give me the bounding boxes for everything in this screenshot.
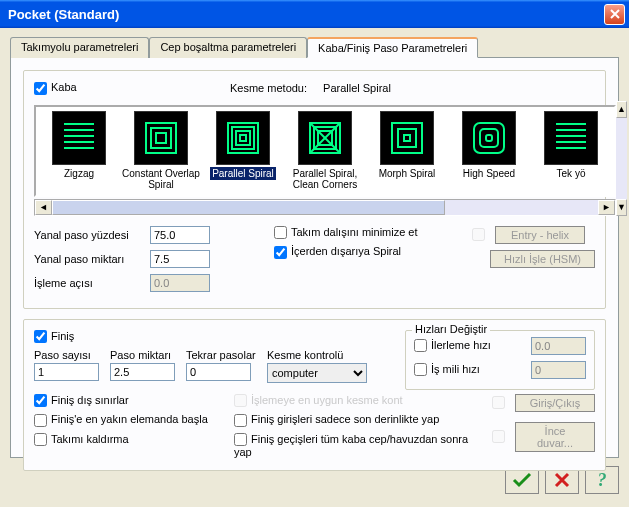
- strip-label: Parallel Spiral: [210, 167, 276, 180]
- scroll-thumb[interactable]: [52, 200, 445, 215]
- method-strip: Zigzag Constant Overlap Spiral Parallel …: [34, 105, 616, 197]
- parallel-clean-icon: [298, 111, 352, 165]
- strip-constant-overlap[interactable]: Constant Overlap Spiral: [120, 111, 202, 191]
- entry-helix-button: Entry - helix: [495, 226, 585, 244]
- svg-rect-6: [151, 128, 171, 148]
- finis-yakin-checkbox[interactable]: [34, 414, 47, 427]
- close-button[interactable]: [604, 4, 625, 25]
- strip-tek-yon[interactable]: Tek yö: [530, 111, 612, 191]
- kesme-kontrolu-select[interactable]: computer: [267, 363, 367, 383]
- tab-kaba-finis[interactable]: Kaba/Finiş Paso Parametreleri: [307, 37, 478, 58]
- zigzag-icon: [52, 111, 106, 165]
- scroll-left-icon[interactable]: ◄: [35, 200, 52, 215]
- yanal-miktar-label: Yanal paso miktarı: [34, 253, 144, 265]
- yanal-yuzde-label: Yanal paso yüzdesi: [34, 229, 144, 241]
- strip-label: Parallel Spiral, Clean Corners: [284, 167, 366, 191]
- ismili-wrap[interactable]: İş mili hızı: [414, 363, 524, 377]
- finis-girisleri-wrap[interactable]: Finiş girişleri sadece son derinlikte ya…: [234, 413, 439, 427]
- ince-duvar-checkbox: [492, 430, 505, 443]
- icerden-label: İçerden dışarıya Spiral: [291, 245, 401, 257]
- ismili-checkbox[interactable]: [414, 363, 427, 376]
- kaba-checkbox[interactable]: [34, 82, 47, 95]
- window-title: Pocket (Standard): [4, 7, 604, 22]
- isleme-uygun-wrap: İşlemeye en uygun kesme kont: [234, 394, 403, 408]
- hizlari-group: Hızları Değiştir İlerleme hızı İş mili h…: [405, 330, 595, 390]
- window-body: Takımyolu parametreleri Cep boşaltma par…: [0, 28, 629, 507]
- finis-gecisleri-label: Finiş geçişleri tüm kaba cep/havuzdan so…: [234, 433, 468, 459]
- icerden-checkbox-wrap[interactable]: İçerden dışarıya Spiral: [274, 245, 401, 259]
- yanal-yuzde-input[interactable]: [150, 226, 210, 244]
- constant-overlap-icon: [134, 111, 188, 165]
- tab-takimyolu[interactable]: Takımyolu parametreleri: [10, 37, 149, 58]
- scroll-right-icon[interactable]: ►: [598, 200, 615, 215]
- kesme-metodu-label: Kesme metodu:: [230, 82, 307, 94]
- kaba-label-text: Kaba: [51, 81, 77, 93]
- ilerleme-checkbox[interactable]: [414, 339, 427, 352]
- minimize-checkbox-wrap[interactable]: Takım dalışını minimize et: [274, 226, 418, 240]
- finis-yakin-wrap[interactable]: Finiş'e en yakın elemanda başla: [34, 413, 208, 427]
- ilerleme-wrap[interactable]: İlerleme hızı: [414, 339, 524, 353]
- finis-gecisleri-checkbox[interactable]: [234, 433, 247, 446]
- strip-label: Tek yö: [555, 167, 588, 180]
- finis-dis-checkbox[interactable]: [34, 394, 47, 407]
- hizli-isle-button: Hızlı İşle (HSM): [490, 250, 595, 268]
- takimi-kaldirma-wrap[interactable]: Takımı kaldırma: [34, 433, 144, 447]
- scroll-down-icon[interactable]: ▼: [616, 199, 627, 216]
- finis-checkbox-wrap[interactable]: Finiş: [34, 330, 144, 344]
- titlebar: Pocket (Standard): [0, 0, 629, 28]
- giris-cikis-button: Giriş/Çıkış: [515, 394, 595, 412]
- strip-zigzag[interactable]: Zigzag: [38, 111, 120, 191]
- minimize-label: Takım dalışını minimize et: [291, 226, 418, 238]
- finis-yakin-label: Finiş'e en yakın elemanda başla: [51, 413, 208, 425]
- morph-spiral-icon: [380, 111, 434, 165]
- strip-hscroll[interactable]: ◄ ►: [34, 199, 616, 216]
- paso-sayisi-input[interactable]: [34, 363, 99, 381]
- paso-miktari-label: Paso miktarı: [110, 349, 180, 361]
- tab-bar: Takımyolu parametreleri Cep boşaltma par…: [10, 36, 619, 58]
- strip-vscroll[interactable]: ▲ ▼: [616, 101, 627, 216]
- kaba-checkbox-label[interactable]: Kaba: [34, 81, 144, 95]
- isleme-acisi-input: [150, 274, 210, 292]
- svg-rect-22: [486, 135, 492, 141]
- finis-group: Finiş Paso sayısı Paso miktarı Tekrar pa…: [23, 319, 606, 472]
- tab-cep-bosaltma[interactable]: Cep boşaltma parametreleri: [149, 37, 307, 58]
- tek-yon-icon: [544, 111, 598, 165]
- svg-rect-21: [480, 129, 498, 147]
- strip-parallel-clean[interactable]: Parallel Spiral, Clean Corners: [284, 111, 366, 191]
- yanal-miktar-input[interactable]: [150, 250, 210, 268]
- strip-label: Morph Spiral: [377, 167, 438, 180]
- paso-miktari-input[interactable]: [110, 363, 175, 381]
- strip-parallel-spiral[interactable]: Parallel Spiral: [202, 111, 284, 191]
- strip-label: Zigzag: [62, 167, 96, 180]
- minimize-checkbox[interactable]: [274, 226, 287, 239]
- strip-morph-spiral[interactable]: Morph Spiral: [366, 111, 448, 191]
- entry-helix-checkbox: [472, 228, 485, 241]
- kesme-metodu-value: Parallel Spiral: [323, 82, 391, 94]
- kesme-kontrolu-label: Kesme kontrolü: [267, 349, 367, 361]
- ismili-input: [531, 361, 586, 379]
- svg-rect-20: [474, 123, 504, 153]
- strip-label: Constant Overlap Spiral: [120, 167, 202, 191]
- strip-high-speed[interactable]: High Speed: [448, 111, 530, 191]
- svg-rect-17: [392, 123, 422, 153]
- vscroll-track[interactable]: [616, 118, 627, 199]
- finis-label: Finiş: [51, 330, 74, 342]
- svg-rect-11: [240, 135, 246, 141]
- svg-rect-18: [398, 129, 416, 147]
- finis-gecisleri-wrap[interactable]: Finiş geçişleri tüm kaba cep/havuzdan so…: [234, 433, 475, 459]
- icerden-checkbox[interactable]: [274, 246, 287, 259]
- isleme-acisi-label: İşleme açısı: [34, 277, 144, 289]
- finis-girisleri-checkbox[interactable]: [234, 414, 247, 427]
- tekrar-input[interactable]: [186, 363, 251, 381]
- svg-rect-7: [156, 133, 166, 143]
- scroll-up-icon[interactable]: ▲: [616, 101, 627, 118]
- ilerleme-label: İlerleme hızı: [431, 339, 491, 351]
- finis-dis-wrap[interactable]: Finiş dış sınırlar: [34, 394, 144, 408]
- high-speed-icon: [462, 111, 516, 165]
- giris-cikis-checkbox: [492, 396, 505, 409]
- scroll-track[interactable]: [52, 200, 598, 215]
- finis-checkbox[interactable]: [34, 330, 47, 343]
- takimi-kaldirma-checkbox[interactable]: [34, 433, 47, 446]
- kaba-group: Kaba Kesme metodu: Parallel Spiral Zigza…: [23, 70, 606, 309]
- ince-duvar-button: İnce duvar...: [515, 422, 595, 452]
